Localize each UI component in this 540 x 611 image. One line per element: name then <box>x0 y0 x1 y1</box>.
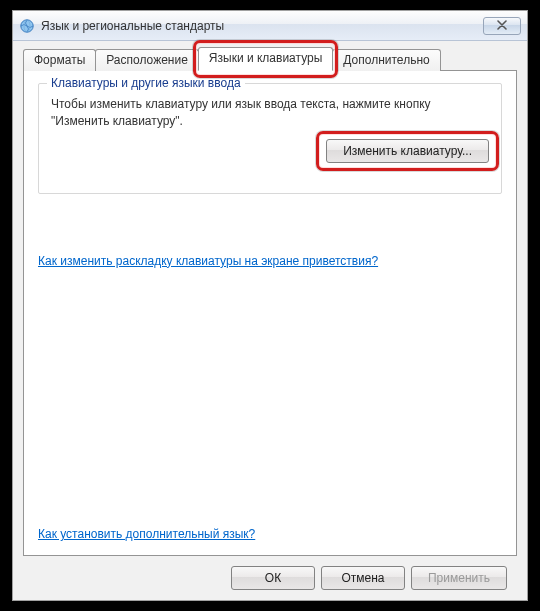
link-welcome-layout[interactable]: Как изменить раскладку клавиатуры на экр… <box>38 254 502 268</box>
globe-icon <box>19 18 35 34</box>
groupbox-legend: Клавиатуры и другие языки ввода <box>47 76 245 90</box>
titlebar: Язык и региональные стандарты <box>13 11 527 41</box>
tab-advanced[interactable]: Дополнительно <box>332 49 440 71</box>
close-button[interactable] <box>483 17 521 35</box>
tab-languages-keyboards[interactable]: Языки и клавиатуры <box>198 47 333 71</box>
dialog-window: Язык и региональные стандарты Форматы Ра… <box>12 10 528 601</box>
client-area: Форматы Расположение Языки и клавиатуры … <box>13 41 527 600</box>
cancel-button[interactable]: Отмена <box>321 566 405 590</box>
ok-button[interactable]: ОК <box>231 566 315 590</box>
tab-formats[interactable]: Форматы <box>23 49 96 71</box>
tab-panel: Клавиатуры и другие языки ввода Чтобы из… <box>23 70 517 556</box>
link-install-language[interactable]: Как установить дополнительный язык? <box>38 527 255 541</box>
tab-location[interactable]: Расположение <box>95 49 199 71</box>
apply-button[interactable]: Применить <box>411 566 507 590</box>
change-keyboard-button[interactable]: Изменить клавиатуру... <box>326 139 489 163</box>
group-description: Чтобы изменить клавиатуру или язык ввода… <box>51 96 489 131</box>
dialog-button-row: ОК Отмена Применить <box>23 556 517 590</box>
window-title: Язык и региональные стандарты <box>41 19 483 33</box>
tab-strip: Форматы Расположение Языки и клавиатуры … <box>23 49 517 71</box>
close-icon <box>496 19 508 33</box>
tab-label: Языки и клавиатуры <box>209 51 322 65</box>
keyboards-groupbox: Клавиатуры и другие языки ввода Чтобы из… <box>38 83 502 194</box>
